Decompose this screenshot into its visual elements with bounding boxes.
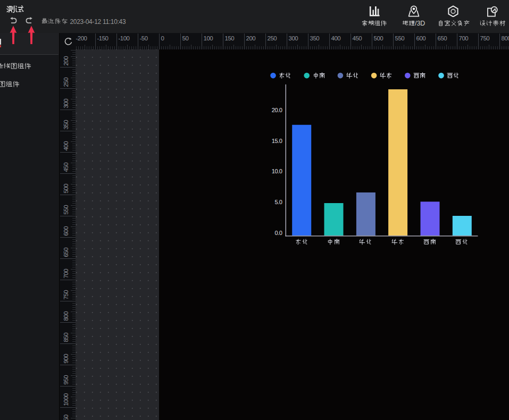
svg-text:20.0: 20.0 [272, 107, 282, 113]
svg-text:0.0: 0.0 [274, 230, 282, 236]
svg-text:5.0: 5.0 [274, 199, 282, 205]
svg-text:10.0: 10.0 [272, 168, 282, 174]
svg-text:15.0: 15.0 [272, 138, 282, 144]
